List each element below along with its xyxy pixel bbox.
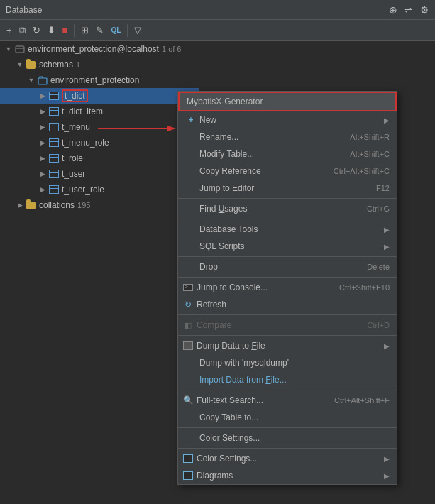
tree-item-collations[interactable]: collations 195 <box>0 197 199 213</box>
diagram-icon <box>182 470 194 481</box>
t-dict-label: t_dict <box>62 89 88 102</box>
schemas-label: schemas <box>39 60 73 70</box>
sep7 <box>178 390 397 390</box>
svg-rect-2 <box>38 78 47 84</box>
filter-button[interactable]: ▽ <box>132 23 143 37</box>
tree-item-schemas[interactable]: schemas 1 <box>0 57 199 72</box>
edit-button[interactable]: ✎ <box>94 23 106 37</box>
env-arrow[interactable] <box>26 75 37 86</box>
refresh-button[interactable]: ↻ <box>31 23 43 37</box>
dump-mysqldump-label: Dump with 'mysqldump' <box>199 358 289 368</box>
root-arrow[interactable] <box>3 43 14 55</box>
grid-button[interactable]: ⊞ <box>79 23 91 37</box>
globe-icon[interactable]: ⊕ <box>389 4 397 16</box>
sep3 <box>178 256 397 257</box>
tree-root[interactable]: environment_protection@localhost 1 of 6 <box>0 41 199 57</box>
collations-label: collations <box>39 200 75 210</box>
copy-button[interactable]: ⧉ <box>17 23 28 38</box>
folder-icon-collations <box>26 199 37 211</box>
scripted-extensions-label: Color Settings... <box>197 454 257 464</box>
copy-table-icon-placeholder <box>185 412 197 423</box>
menu-item-refresh[interactable]: ↻ Refresh <box>178 296 397 313</box>
t-role-arrow[interactable] <box>37 153 48 164</box>
dump-file-arrow: ▶ <box>384 342 390 350</box>
tree-item-env-protection[interactable]: environment_protection <box>0 72 199 88</box>
menu-item-dump-mysqldump[interactable]: Dump with 'mysqldump' <box>178 354 397 371</box>
dump-mysqldump-icon-placeholder <box>185 357 197 368</box>
menu-item-jump-editor[interactable]: Jump to Editor F12 <box>178 180 397 197</box>
filter-down-button[interactable]: ⬇ <box>45 23 57 37</box>
tree-item-t-menu[interactable]: t_menu <box>0 119 199 135</box>
tree-item-t-role[interactable]: t_role <box>0 150 199 166</box>
t-user-role-arrow[interactable] <box>37 184 48 195</box>
stop-button[interactable]: ■ <box>60 23 70 37</box>
jump-editor-label: Jump to Editor <box>199 183 254 193</box>
menu-item-find-usages[interactable]: Find Usages Ctrl+G <box>178 200 397 217</box>
context-menu: MybatisX-Generator + New ▶ Rename... Alt… <box>177 91 397 485</box>
rename-icon-placeholder <box>185 131 197 143</box>
copy-ref-icon-placeholder <box>185 165 197 177</box>
menu-item-fulltext-search[interactable]: 🔍 Full-text Search... Ctrl+Alt+Shift+F <box>178 392 397 409</box>
title-bar-icons: ⊕ ⇌ ⚙ <box>389 4 429 16</box>
gear-icon[interactable]: ⚙ <box>420 4 429 16</box>
t-user-arrow[interactable] <box>37 168 48 180</box>
menu-item-scripted-extensions[interactable]: Color Settings... ▶ <box>178 450 397 467</box>
add-button[interactable]: + <box>4 23 14 37</box>
menu-item-drop[interactable]: Drop Delete <box>178 258 397 275</box>
compare-icon: ◧ <box>182 319 194 331</box>
title-bar: Database ⊕ ⇌ ⚙ <box>0 0 435 20</box>
tree-item-t-user-role[interactable]: t_user_role <box>0 182 199 197</box>
menu-item-import-file[interactable]: Import Data from File... <box>178 371 397 388</box>
jump-console-shortcut: Ctrl+Shift+F10 <box>339 283 390 292</box>
table-icon-t-dict-item <box>48 106 60 117</box>
t-dict-item-label: t_dict_item <box>62 106 103 116</box>
sql-button[interactable]: QL <box>109 25 123 35</box>
t-user-label: t_user <box>62 169 85 179</box>
menu-item-dump-file[interactable]: Dump Data to File ▶ <box>178 337 397 354</box>
t-menu-arrow[interactable] <box>37 121 48 133</box>
menu-item-rename[interactable]: Rename... Alt+Shift+R <box>178 128 397 146</box>
menu-header[interactable]: MybatisX-Generator <box>178 92 397 111</box>
refresh-label: Refresh <box>197 300 226 309</box>
separator <box>74 24 75 37</box>
menu-item-modify-table[interactable]: Modify Table... Alt+Shift+C <box>178 146 397 163</box>
menu-item-diagrams[interactable]: Diagrams ▶ <box>178 467 397 484</box>
env-label: environment_protection <box>50 75 139 85</box>
refresh-icon: ↻ <box>182 299 194 310</box>
panel-title: Database <box>6 5 42 15</box>
schemas-count: 1 <box>76 60 80 69</box>
menu-item-copy-reference[interactable]: Copy Reference Ctrl+Alt+Shift+C <box>178 163 397 180</box>
t-dict-item-arrow[interactable] <box>37 106 48 117</box>
sql-scripts-icon-placeholder <box>185 241 197 252</box>
menu-item-jump-console[interactable]: Jump to Console... Ctrl+Shift+F10 <box>178 279 397 296</box>
jump-editor-icon-placeholder <box>185 182 197 194</box>
t-menu-role-arrow[interactable] <box>37 137 48 148</box>
menu-item-sql-scripts[interactable]: SQL Scripts ▶ <box>178 238 397 255</box>
menu-item-new[interactable]: + New ▶ <box>178 111 397 128</box>
collations-count: 195 <box>77 201 90 209</box>
separator2 <box>127 24 128 37</box>
sep2 <box>178 219 397 219</box>
tree-item-t-dict-item[interactable]: t_dict_item <box>0 104 199 119</box>
split-icon[interactable]: ⇌ <box>404 4 413 16</box>
table-icon-t-dict <box>48 90 60 102</box>
collations-arrow[interactable] <box>14 199 26 211</box>
tree-item-t-menu-role[interactable]: t_menu_role <box>0 135 199 150</box>
schemas-arrow[interactable] <box>14 59 26 70</box>
menu-item-database-tools[interactable]: Database Tools ▶ <box>178 221 397 238</box>
database-tools-arrow: ▶ <box>384 226 390 234</box>
tree-item-t-user[interactable]: t_user <box>0 166 199 182</box>
root-label: environment_protection@localhost <box>28 44 159 54</box>
menu-item-color-settings[interactable]: Color Settings... <box>178 429 397 447</box>
sep4 <box>178 277 397 278</box>
t-menu-role-label: t_menu_role <box>62 138 109 148</box>
menu-item-copy-table[interactable]: Copy Table to... <box>178 409 397 426</box>
modify-shortcut: Alt+Shift+C <box>350 150 390 158</box>
main-panel: environment_protection@localhost 1 of 6 … <box>0 41 435 504</box>
connection-icon <box>14 43 26 55</box>
sql-scripts-label: SQL Scripts <box>199 241 245 251</box>
tree-item-t-dict[interactable]: t_dict <box>0 88 199 104</box>
sep8 <box>178 427 397 428</box>
import-file-icon-placeholder <box>185 374 197 385</box>
t-dict-arrow[interactable] <box>37 90 48 102</box>
